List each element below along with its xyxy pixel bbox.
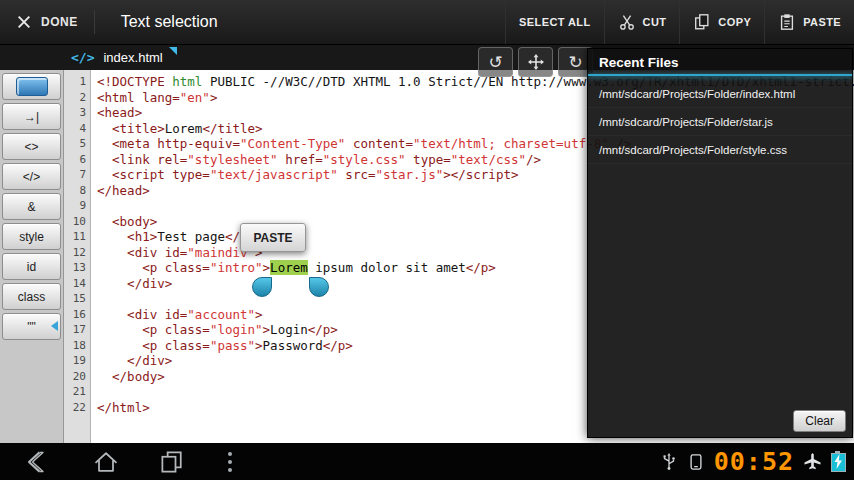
snippet-button-2[interactable]: </>: [2, 163, 61, 190]
code-segment: >: [263, 322, 271, 337]
close-icon: [16, 14, 32, 30]
cut-button[interactable]: CUT: [604, 0, 680, 44]
tab-index-html[interactable]: index.html: [94, 44, 178, 70]
line-number: 17: [64, 322, 90, 338]
snippet-button-7[interactable]: "": [2, 313, 61, 340]
code-segment: [97, 307, 127, 322]
done-button[interactable]: DONE: [0, 0, 94, 44]
code-segment: [97, 229, 127, 244]
home-button[interactable]: [92, 448, 120, 480]
code-segment: <head>: [97, 105, 142, 120]
selection-mode-button[interactable]: [2, 73, 61, 100]
undo-button[interactable]: ↺: [478, 47, 513, 77]
action-bar: DONE Text selection SELECT ALL CUT: [0, 0, 854, 45]
code-segment: html: [172, 74, 202, 89]
snippet-button-0[interactable]: →|: [2, 103, 61, 130]
cut-label: CUT: [643, 16, 667, 28]
paste-button[interactable]: PASTE: [764, 0, 854, 44]
code-segment: "star.js": [375, 167, 443, 182]
snippet-button-5[interactable]: id: [2, 253, 61, 280]
recent-apps-button[interactable]: [158, 448, 186, 480]
back-button[interactable]: [22, 448, 50, 480]
clock: 00:52: [714, 449, 794, 474]
status-tray: 00:52: [660, 443, 846, 480]
code-segment: "stylesheet": [187, 152, 277, 167]
code-segment: "text/css": [451, 152, 526, 167]
selected-text: Lorem: [270, 260, 308, 275]
move-icon: [528, 54, 544, 70]
code-segment: [97, 369, 112, 384]
code-segment: Login: [270, 322, 308, 337]
text-selection-handle-left[interactable]: [252, 277, 272, 297]
code-segment: <p class=: [142, 322, 210, 337]
snippet-button-3[interactable]: &: [2, 193, 61, 220]
floating-edit-tools: ↺ ↻: [478, 47, 593, 77]
clear-button[interactable]: Clear: [793, 410, 846, 432]
code-segment: >: [255, 307, 263, 322]
copy-icon: [693, 13, 711, 31]
code-segment: <h1>: [127, 229, 157, 244]
code-segment: <p class=: [142, 338, 210, 353]
menu-overflow-button[interactable]: [228, 448, 232, 472]
paste-popup-button[interactable]: PASTE: [240, 223, 306, 252]
undo-icon: ↺: [488, 52, 502, 73]
snippet-sidebar: →|<></>&styleidclass"": [0, 70, 64, 443]
snippet-corner-marker: [51, 321, 58, 331]
code-segment: </div>: [127, 276, 172, 291]
code-segment: src=: [338, 167, 376, 182]
snippet-button-label: </>: [23, 170, 40, 184]
done-label: DONE: [41, 15, 78, 29]
code-segment: [97, 260, 142, 275]
snippet-button-label: →|: [24, 110, 39, 124]
code-segment: </html>: [97, 400, 150, 415]
snippet-button-6[interactable]: class: [2, 283, 61, 310]
code-segment: [97, 121, 112, 136]
move-button[interactable]: [518, 47, 553, 77]
code-segment: >: [210, 90, 218, 105]
code-segment: [97, 167, 112, 182]
code-segment: [97, 245, 127, 260]
copy-button[interactable]: COPY: [679, 0, 764, 44]
line-number: 10: [64, 214, 90, 230]
line-number: 1: [64, 74, 90, 90]
charging-bolt-icon: [833, 454, 844, 469]
screen: DONE Text selection SELECT ALL CUT: [0, 0, 854, 480]
snippet-button-label: &: [27, 200, 35, 214]
code-segment: <div id=: [127, 307, 187, 322]
code-segment: [97, 136, 112, 151]
code-segment: "intro": [210, 260, 263, 275]
redo-icon: ↻: [568, 52, 582, 73]
line-number: 21: [64, 384, 90, 400]
file-tab-label: index.html: [103, 50, 162, 65]
code-segment: <!DOCTYPE: [97, 74, 172, 89]
recent-files-panel: Recent Files /mnt/sdcard/Projects/Folder…: [587, 48, 853, 438]
text-selection-handle-right[interactable]: [309, 277, 329, 297]
recent-files-list: /mnt/sdcard/Projects/Folder/index.html/m…: [588, 80, 852, 164]
code-segment: <body>: [112, 214, 157, 229]
system-nav-bar: 00:52: [0, 443, 854, 480]
snippet-button-1[interactable]: <>: [2, 133, 61, 160]
recent-file-item[interactable]: /mnt/sdcard/Projects/Folder/style.css: [588, 136, 852, 164]
code-segment: <script type=: [112, 167, 210, 182]
recent-file-item[interactable]: /mnt/sdcard/Projects/Folder/index.html: [588, 80, 852, 108]
code-segment: </title>: [202, 121, 262, 136]
line-number: 12: [64, 245, 90, 261]
back-icon: [22, 448, 50, 476]
code-segment: </body>: [112, 369, 165, 384]
snippet-button-label: class: [18, 290, 45, 304]
snippet-button-label: id: [27, 260, 36, 274]
page-title: Text selection: [121, 13, 218, 31]
code-segment: Lorem: [165, 121, 203, 136]
code-segment: />: [526, 152, 541, 167]
code-segment: </head>: [97, 183, 150, 198]
recent-file-item[interactable]: /mnt/sdcard/Projects/Folder/star.js: [588, 108, 852, 136]
line-number: 20: [64, 369, 90, 385]
line-number-gutter: 12345678910111213141516171819202122: [64, 70, 91, 443]
select-all-button[interactable]: SELECT ALL: [505, 0, 603, 44]
menu-dot: [228, 452, 232, 456]
select-all-label: SELECT ALL: [519, 16, 590, 28]
snippet-button-4[interactable]: style: [2, 223, 61, 250]
code-brackets-icon: </>: [71, 50, 94, 65]
line-number: 14: [64, 276, 90, 292]
code-segment: Password: [263, 338, 323, 353]
